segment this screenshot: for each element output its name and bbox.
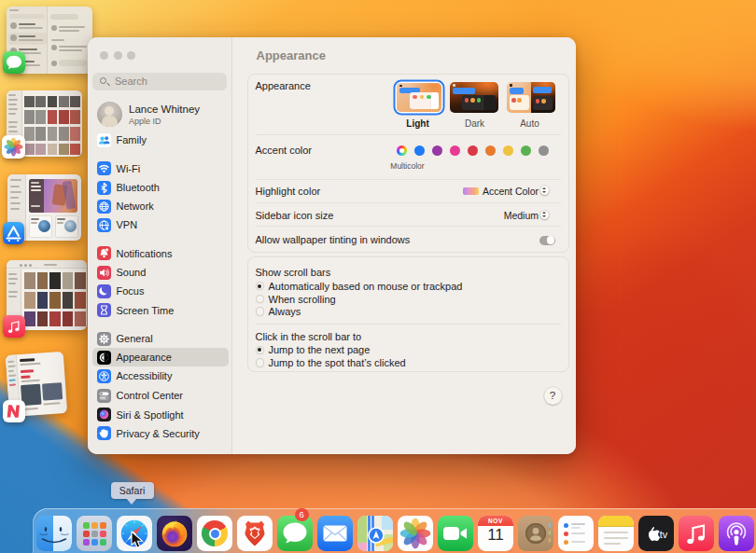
svg-text:tv: tv xyxy=(660,529,668,540)
